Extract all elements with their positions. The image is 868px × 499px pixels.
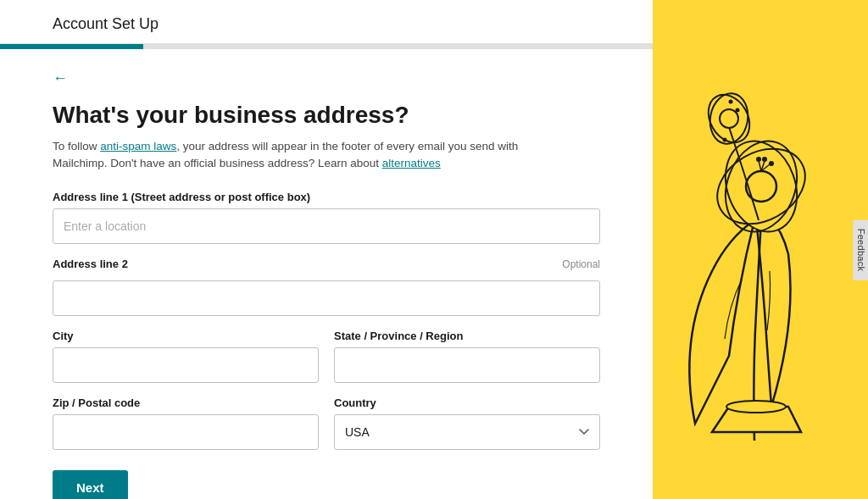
anti-spam-link[interactable]: anti-spam laws xyxy=(100,140,176,152)
svg-point-12 xyxy=(720,109,738,128)
state-label: State / Province / Region xyxy=(334,330,600,342)
address1-field-row: Address line 1 (Street address or post o… xyxy=(53,191,600,244)
feedback-tab[interactable]: Feedback xyxy=(854,219,868,280)
left-panel: Account Set Up ← What's your business ad… xyxy=(0,0,653,499)
city-state-row: City West Palm Beach State / Province / … xyxy=(53,330,600,383)
form-heading: What's your business address? xyxy=(53,101,600,130)
svg-point-16 xyxy=(736,108,740,113)
address2-label-row: Address line 2 Optional xyxy=(53,258,600,270)
svg-point-15 xyxy=(729,100,733,104)
address2-optional: Optional xyxy=(562,258,600,270)
svg-point-5 xyxy=(756,157,761,162)
svg-point-14 xyxy=(723,138,727,142)
description-text-1: To follow xyxy=(53,140,100,152)
form-description: To follow anti-spam laws, your address w… xyxy=(53,138,527,173)
right-panel: Feedback xyxy=(653,0,868,499)
country-select[interactable]: USA Canada UK Australia xyxy=(334,414,600,450)
state-input[interactable]: Fl xyxy=(334,347,600,383)
zip-field-col: Zip / Postal code 33411 xyxy=(53,396,319,450)
page-title: Account Set Up xyxy=(53,15,159,32)
svg-point-3 xyxy=(746,171,776,202)
address1-input[interactable] xyxy=(53,208,600,244)
back-button[interactable]: ← xyxy=(53,69,68,87)
zip-country-row: Zip / Postal code 33411 Country USA Cana… xyxy=(53,396,600,450)
address2-label: Address line 2 xyxy=(53,258,128,270)
city-input[interactable]: West Palm Beach xyxy=(53,347,319,383)
alternatives-link[interactable]: alternatives xyxy=(382,157,441,169)
city-label: City xyxy=(53,330,319,342)
page-header: Account Set Up xyxy=(0,0,653,44)
address2-field-row: Address line 2 Optional xyxy=(53,258,600,316)
country-label: Country xyxy=(334,396,600,409)
state-field-col: State / Province / Region Fl xyxy=(334,330,600,383)
address1-label: Address line 1 (Street address or post o… xyxy=(53,191,600,203)
country-field-col: Country USA Canada UK Australia xyxy=(334,396,600,450)
city-field-col: City West Palm Beach xyxy=(53,330,319,383)
form-area: ← What's your business address? To follo… xyxy=(0,49,653,499)
zip-label: Zip / Postal code xyxy=(53,396,319,409)
next-button[interactable]: Next xyxy=(53,470,128,499)
svg-point-9 xyxy=(769,161,774,166)
address2-input[interactable] xyxy=(53,280,600,316)
zip-input[interactable]: 33411 xyxy=(53,414,319,450)
svg-point-7 xyxy=(762,157,767,162)
svg-point-13 xyxy=(726,401,786,413)
botanical-illustration xyxy=(661,17,848,441)
